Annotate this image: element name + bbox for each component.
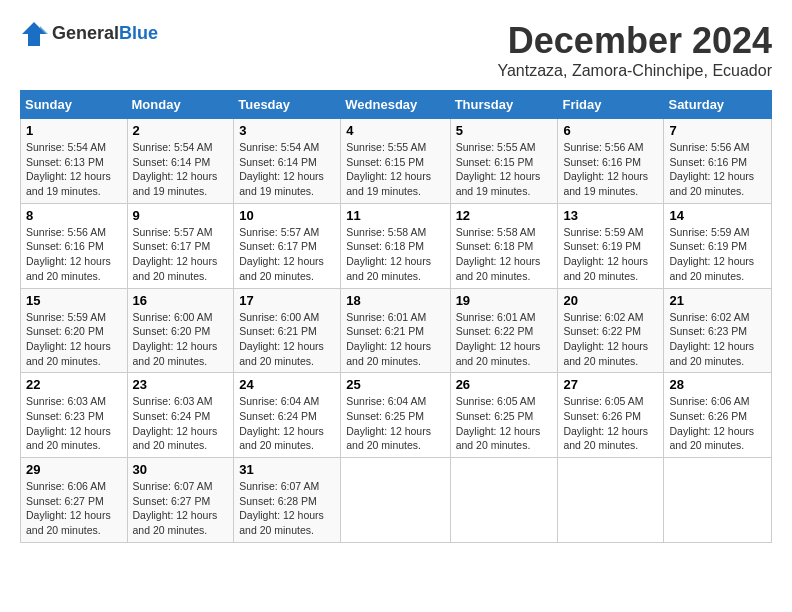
day-number: 1 (26, 123, 122, 138)
day-number: 20 (563, 293, 658, 308)
day-number: 14 (669, 208, 766, 223)
day-info: Sunrise: 5:55 AM Sunset: 6:15 PM Dayligh… (346, 140, 444, 199)
column-header-thursday: Thursday (450, 91, 558, 119)
day-info: Sunrise: 6:05 AM Sunset: 6:25 PM Dayligh… (456, 394, 553, 453)
calendar-cell: 28Sunrise: 6:06 AM Sunset: 6:26 PM Dayli… (664, 373, 772, 458)
calendar-cell: 2Sunrise: 5:54 AM Sunset: 6:14 PM Daylig… (127, 119, 234, 204)
column-header-saturday: Saturday (664, 91, 772, 119)
day-info: Sunrise: 6:04 AM Sunset: 6:25 PM Dayligh… (346, 394, 444, 453)
column-header-friday: Friday (558, 91, 664, 119)
calendar-cell: 3Sunrise: 5:54 AM Sunset: 6:14 PM Daylig… (234, 119, 341, 204)
calendar-cell: 16Sunrise: 6:00 AM Sunset: 6:20 PM Dayli… (127, 288, 234, 373)
day-number: 7 (669, 123, 766, 138)
day-info: Sunrise: 6:05 AM Sunset: 6:26 PM Dayligh… (563, 394, 658, 453)
day-info: Sunrise: 5:59 AM Sunset: 6:20 PM Dayligh… (26, 310, 122, 369)
day-info: Sunrise: 5:58 AM Sunset: 6:18 PM Dayligh… (346, 225, 444, 284)
calendar-cell: 10Sunrise: 5:57 AM Sunset: 6:17 PM Dayli… (234, 203, 341, 288)
calendar-cell: 8Sunrise: 5:56 AM Sunset: 6:16 PM Daylig… (21, 203, 128, 288)
calendar-cell: 9Sunrise: 5:57 AM Sunset: 6:17 PM Daylig… (127, 203, 234, 288)
day-info: Sunrise: 5:56 AM Sunset: 6:16 PM Dayligh… (26, 225, 122, 284)
calendar-cell (341, 458, 450, 543)
day-info: Sunrise: 6:02 AM Sunset: 6:23 PM Dayligh… (669, 310, 766, 369)
day-number: 13 (563, 208, 658, 223)
day-number: 8 (26, 208, 122, 223)
svg-marker-1 (40, 26, 48, 34)
calendar-cell: 30Sunrise: 6:07 AM Sunset: 6:27 PM Dayli… (127, 458, 234, 543)
calendar-cell: 14Sunrise: 5:59 AM Sunset: 6:19 PM Dayli… (664, 203, 772, 288)
day-info: Sunrise: 6:04 AM Sunset: 6:24 PM Dayligh… (239, 394, 335, 453)
day-info: Sunrise: 5:55 AM Sunset: 6:15 PM Dayligh… (456, 140, 553, 199)
day-info: Sunrise: 6:06 AM Sunset: 6:26 PM Dayligh… (669, 394, 766, 453)
day-number: 18 (346, 293, 444, 308)
day-info: Sunrise: 6:07 AM Sunset: 6:28 PM Dayligh… (239, 479, 335, 538)
calendar-cell: 20Sunrise: 6:02 AM Sunset: 6:22 PM Dayli… (558, 288, 664, 373)
calendar-cell: 23Sunrise: 6:03 AM Sunset: 6:24 PM Dayli… (127, 373, 234, 458)
calendar-week-row: 8Sunrise: 5:56 AM Sunset: 6:16 PM Daylig… (21, 203, 772, 288)
calendar-cell: 24Sunrise: 6:04 AM Sunset: 6:24 PM Dayli… (234, 373, 341, 458)
calendar-cell (450, 458, 558, 543)
calendar-cell: 27Sunrise: 6:05 AM Sunset: 6:26 PM Dayli… (558, 373, 664, 458)
day-number: 23 (133, 377, 229, 392)
calendar-cell: 25Sunrise: 6:04 AM Sunset: 6:25 PM Dayli… (341, 373, 450, 458)
calendar-cell: 21Sunrise: 6:02 AM Sunset: 6:23 PM Dayli… (664, 288, 772, 373)
day-info: Sunrise: 6:01 AM Sunset: 6:22 PM Dayligh… (456, 310, 553, 369)
day-number: 26 (456, 377, 553, 392)
calendar-cell (558, 458, 664, 543)
calendar-table: SundayMondayTuesdayWednesdayThursdayFrid… (20, 90, 772, 543)
day-number: 10 (239, 208, 335, 223)
calendar-cell: 15Sunrise: 5:59 AM Sunset: 6:20 PM Dayli… (21, 288, 128, 373)
calendar-cell: 5Sunrise: 5:55 AM Sunset: 6:15 PM Daylig… (450, 119, 558, 204)
day-info: Sunrise: 5:58 AM Sunset: 6:18 PM Dayligh… (456, 225, 553, 284)
logo-general: General (52, 23, 119, 43)
calendar-cell: 22Sunrise: 6:03 AM Sunset: 6:23 PM Dayli… (21, 373, 128, 458)
day-number: 15 (26, 293, 122, 308)
day-info: Sunrise: 6:06 AM Sunset: 6:27 PM Dayligh… (26, 479, 122, 538)
day-number: 4 (346, 123, 444, 138)
day-info: Sunrise: 5:59 AM Sunset: 6:19 PM Dayligh… (669, 225, 766, 284)
day-info: Sunrise: 6:07 AM Sunset: 6:27 PM Dayligh… (133, 479, 229, 538)
day-number: 2 (133, 123, 229, 138)
day-info: Sunrise: 6:03 AM Sunset: 6:24 PM Dayligh… (133, 394, 229, 453)
day-info: Sunrise: 6:00 AM Sunset: 6:20 PM Dayligh… (133, 310, 229, 369)
month-title: December 2024 (497, 20, 772, 62)
day-info: Sunrise: 5:54 AM Sunset: 6:14 PM Dayligh… (239, 140, 335, 199)
calendar-header-row: SundayMondayTuesdayWednesdayThursdayFrid… (21, 91, 772, 119)
day-number: 30 (133, 462, 229, 477)
title-block: December 2024 Yantzaza, Zamora-Chinchipe… (497, 20, 772, 80)
calendar-cell: 11Sunrise: 5:58 AM Sunset: 6:18 PM Dayli… (341, 203, 450, 288)
day-number: 16 (133, 293, 229, 308)
logo-icon (20, 20, 48, 48)
calendar-cell: 29Sunrise: 6:06 AM Sunset: 6:27 PM Dayli… (21, 458, 128, 543)
day-number: 9 (133, 208, 229, 223)
day-number: 5 (456, 123, 553, 138)
logo-blue: Blue (119, 23, 158, 43)
calendar-week-row: 15Sunrise: 5:59 AM Sunset: 6:20 PM Dayli… (21, 288, 772, 373)
calendar-cell: 19Sunrise: 6:01 AM Sunset: 6:22 PM Dayli… (450, 288, 558, 373)
day-number: 24 (239, 377, 335, 392)
calendar-cell: 13Sunrise: 5:59 AM Sunset: 6:19 PM Dayli… (558, 203, 664, 288)
calendar-cell: 17Sunrise: 6:00 AM Sunset: 6:21 PM Dayli… (234, 288, 341, 373)
calendar-cell: 6Sunrise: 5:56 AM Sunset: 6:16 PM Daylig… (558, 119, 664, 204)
day-number: 22 (26, 377, 122, 392)
column-header-tuesday: Tuesday (234, 91, 341, 119)
calendar-cell: 7Sunrise: 5:56 AM Sunset: 6:16 PM Daylig… (664, 119, 772, 204)
day-info: Sunrise: 5:56 AM Sunset: 6:16 PM Dayligh… (669, 140, 766, 199)
calendar-cell: 18Sunrise: 6:01 AM Sunset: 6:21 PM Dayli… (341, 288, 450, 373)
calendar-cell: 26Sunrise: 6:05 AM Sunset: 6:25 PM Dayli… (450, 373, 558, 458)
day-number: 6 (563, 123, 658, 138)
calendar-week-row: 29Sunrise: 6:06 AM Sunset: 6:27 PM Dayli… (21, 458, 772, 543)
column-header-monday: Monday (127, 91, 234, 119)
day-number: 27 (563, 377, 658, 392)
day-info: Sunrise: 5:59 AM Sunset: 6:19 PM Dayligh… (563, 225, 658, 284)
calendar-cell: 12Sunrise: 5:58 AM Sunset: 6:18 PM Dayli… (450, 203, 558, 288)
page-header: GeneralBlue December 2024 Yantzaza, Zamo… (20, 20, 772, 80)
day-number: 21 (669, 293, 766, 308)
day-number: 3 (239, 123, 335, 138)
day-info: Sunrise: 5:57 AM Sunset: 6:17 PM Dayligh… (239, 225, 335, 284)
day-info: Sunrise: 6:00 AM Sunset: 6:21 PM Dayligh… (239, 310, 335, 369)
day-info: Sunrise: 5:54 AM Sunset: 6:13 PM Dayligh… (26, 140, 122, 199)
calendar-cell: 31Sunrise: 6:07 AM Sunset: 6:28 PM Dayli… (234, 458, 341, 543)
calendar-cell: 1Sunrise: 5:54 AM Sunset: 6:13 PM Daylig… (21, 119, 128, 204)
day-number: 17 (239, 293, 335, 308)
location-title: Yantzaza, Zamora-Chinchipe, Ecuador (497, 62, 772, 80)
